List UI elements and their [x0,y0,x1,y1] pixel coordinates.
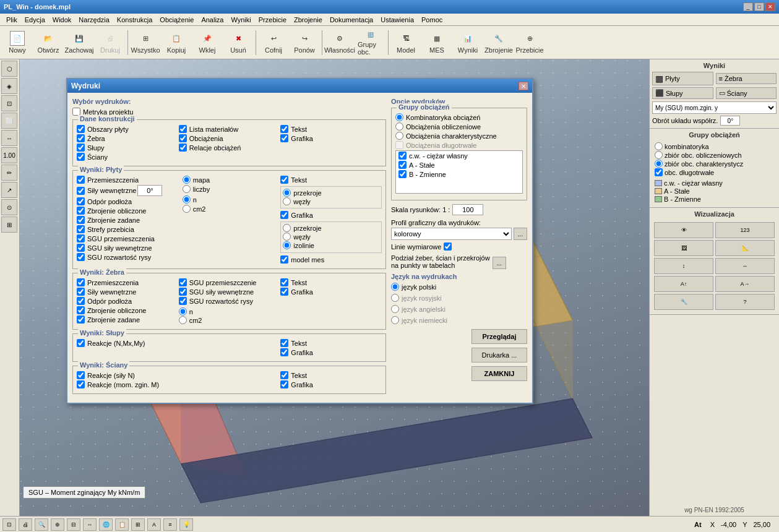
sb-btn-3[interactable]: 🔍 [35,518,48,531]
sidebar-btn-6[interactable]: 1.00 [1,147,17,163]
menu-edycja[interactable]: Edycja [21,15,49,25]
grafika-plyty-cb[interactable] [280,211,288,219]
toolbar-grupy[interactable]: 🔢 Grupy obc. [356,28,385,58]
jezyk-niemiecki-row[interactable]: język niemiecki [391,316,527,324]
sb-btn-2[interactable]: 🖨 [19,518,32,531]
sb-btn-8[interactable]: 📋 [115,518,129,531]
mapa-radio-input[interactable] [183,176,191,184]
obrot-input[interactable] [720,116,740,126]
charakterystyczne-radio-input[interactable] [395,132,403,140]
podzial-btn[interactable]: ... [493,257,506,269]
n-radio[interactable]: n [183,195,280,204]
sidebar-btn-9[interactable]: ⊙ [1,199,17,215]
n-radio-input[interactable] [183,195,191,204]
sgu-sily-row[interactable]: SGU siły wewnętrzne [77,244,178,252]
izolinie-radio[interactable]: izolinie [283,241,379,249]
reakcje-n-cb[interactable] [77,371,85,379]
przekroje2-radio-input[interactable] [283,224,291,232]
sidebar-btn-7[interactable]: ✏ [1,165,17,181]
sidebar-btn-1[interactable]: ⬡ [1,61,17,77]
menu-ustawienia[interactable]: Ustawienia [377,15,418,25]
jezyk-niemiecki-radio[interactable] [391,316,399,324]
viz-v-btn[interactable]: ↕ [654,258,713,274]
plyta-panel-btn[interactable]: ▦ Płyty [652,72,713,85]
obszary-plyty-row[interactable]: Obszary płyty [77,125,178,133]
sily-z-cb[interactable] [77,288,85,296]
grafika-sl-cb[interactable] [280,348,288,356]
b-cb[interactable] [398,170,407,178]
zbrojenie-zad-cb[interactable] [77,216,85,224]
zbr-obl-z-cb[interactable] [77,306,85,314]
model-mes-cb[interactable] [280,255,288,264]
sgu-sily-cb[interactable] [77,244,85,252]
viz-h-btn[interactable]: ↔ [715,258,775,274]
sidebar-btn-8[interactable]: ↗ [1,182,17,198]
przmiesz-cb[interactable] [77,176,85,184]
menu-konstrukcja[interactable]: Konstrukcja [113,15,156,25]
viz-img-btn[interactable]: 🖼 [654,240,713,256]
toolbar-przebicie[interactable]: ⊕ Przebicie [515,28,544,58]
drukarka-button[interactable]: Drukarka ... [471,348,527,363]
jezyk-rosyjski-radio[interactable] [391,294,399,302]
zbrojenie-obl-cb[interactable] [77,207,85,215]
liczby-radio[interactable]: liczby [183,185,280,193]
viz-123-btn[interactable]: 123 [715,222,775,238]
lista-mat-row[interactable]: Lista materiałów [179,125,280,133]
sgu-rysy-z-cb[interactable] [179,297,187,305]
sb-btn-6[interactable]: ↔ [83,518,97,531]
przmiesz-row[interactable]: Przemieszczenia [77,176,178,184]
sb-btn-10[interactable]: A [147,518,161,531]
menu-plik[interactable]: Plik [2,15,21,25]
sgu-rysy-z-row[interactable]: SGU rozwartość rysy [179,297,280,305]
rp-dlugotrwale[interactable]: obc. długotrwałe [655,168,774,176]
angle-input[interactable] [137,185,162,196]
sily-row[interactable]: Siły wewnętrzne [77,187,136,195]
toolbar-zachowaj[interactable]: 💾 Zachowaj [64,28,94,58]
menu-pomoc[interactable]: Pomoc [418,15,446,25]
toolbar-wlasnosci[interactable]: ⚙ Własności [325,28,355,58]
strefy-row[interactable]: Strefy przebicia [77,225,178,233]
reakcje-slupy-cb[interactable] [77,339,85,347]
tekst-plyty-cb[interactable] [280,176,288,184]
relacje-row[interactable]: Relacje obciążeń [179,144,280,152]
jezyk-rosyjski-row[interactable]: język rosyjski [391,294,527,302]
przekroje-radio[interactable]: przekroje [283,189,379,197]
toolbar-usun[interactable]: ✖ Usuń [223,28,253,58]
viz-ang-btn[interactable]: 📐 [715,240,775,256]
tekst-sl-cb[interactable] [280,339,288,347]
viz-help-btn[interactable]: ? [715,294,775,310]
sgu-prz-cb[interactable] [77,234,85,242]
tekst-sl-row[interactable]: Tekst [280,339,382,347]
zebra-panel-btn[interactable]: ≡ Żebra [716,73,777,84]
sb-btn-4[interactable]: ⊕ [51,518,64,531]
menu-wyniki[interactable]: Wyniki [227,15,254,25]
sidebar-btn-5[interactable]: ↔ [1,130,17,146]
wezly2-radio-input[interactable] [283,233,291,241]
sb-btn-7[interactable]: 🌐 [99,518,113,531]
menu-widok[interactable]: Widok [49,15,75,25]
rp-kombinatoryka[interactable]: kombinatoryka [655,142,774,150]
sgu-rysy-row[interactable]: SGU rozwartość rysy [77,253,178,261]
tekst-sc-row[interactable]: Tekst [280,371,382,379]
toolbar-mes[interactable]: ▦ MES [422,28,452,58]
zebra-row[interactable]: Żebra [77,134,178,142]
a-cb[interactable] [398,161,407,169]
sb-btn-9[interactable]: ⊞ [131,518,145,531]
tekst-plyty-row[interactable]: Tekst [280,176,382,184]
my-select[interactable]: My (SGU) mom.zgin. y [652,101,777,114]
viz-av-btn[interactable]: A↑ [654,276,713,292]
liczby-radio-input[interactable] [183,185,191,193]
sb-btn-12[interactable]: 💡 [179,518,193,531]
reakcje-m-row[interactable]: Reakcje (mom. zgin. M) [77,380,178,388]
strefy-cb[interactable] [77,225,85,233]
sidebar-btn-3[interactable]: ⊡ [1,95,17,111]
reakcje-m-cb[interactable] [77,380,85,388]
sidebar-btn-2[interactable]: ◈ [1,78,17,94]
sily-z-row[interactable]: Siły wewnętrzne [77,288,178,296]
lista-mat-cb[interactable] [179,125,187,133]
izolinie-radio-input[interactable] [283,241,291,249]
menu-przebicie[interactable]: Przebicie [255,15,290,25]
przekroje-radio-input[interactable] [283,189,291,197]
profil-select[interactable]: kolorowy [391,228,512,240]
kombinatoryka-radio-input[interactable] [395,113,403,121]
